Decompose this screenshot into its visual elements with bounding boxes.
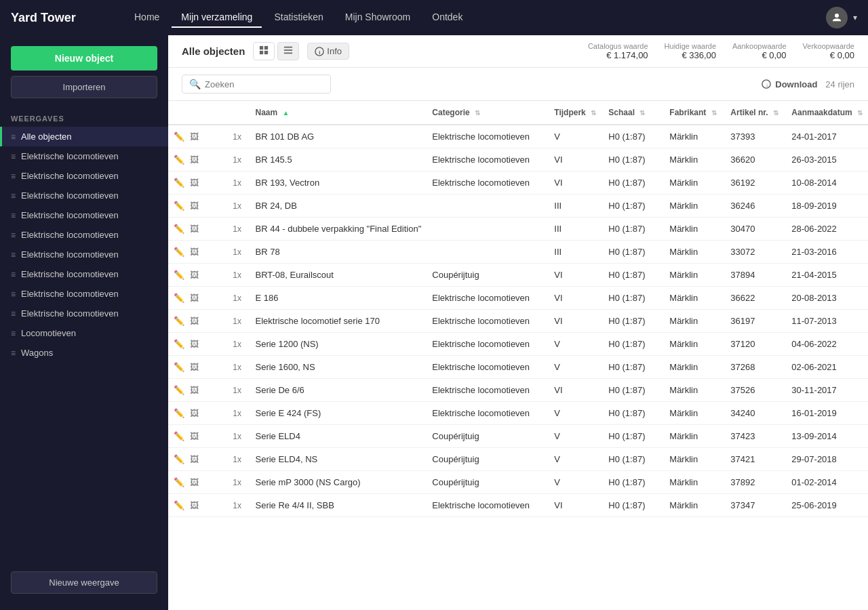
image-icon[interactable]: 🖼 bbox=[190, 454, 199, 464]
row-datum: 24-01-2017 bbox=[786, 125, 868, 148]
nav-mijn-verzameling[interactable]: Mijn verzameling bbox=[172, 7, 262, 28]
row-qty-col bbox=[214, 195, 224, 218]
search-icon: 🔍 bbox=[189, 79, 201, 89]
row-schaal: H0 (1:87) bbox=[603, 333, 664, 356]
edit-icon[interactable]: ✏️ bbox=[174, 454, 184, 464]
sidebar-item-el-9[interactable]: ≡ Elektrische locomotieven bbox=[0, 304, 168, 323]
table-row: ✏️ 🖼 1x Serie 1600, NS Elektrische locom… bbox=[168, 356, 868, 379]
image-icon[interactable]: 🖼 bbox=[190, 500, 199, 510]
edit-icon[interactable]: ✏️ bbox=[174, 408, 184, 418]
sidebar-item-el-6[interactable]: ≡ Elektrische locomotieven bbox=[0, 245, 168, 264]
row-actions: ✏️ 🖼 bbox=[168, 218, 214, 241]
image-icon[interactable]: 🖼 bbox=[190, 362, 199, 372]
import-button[interactable]: Importeren bbox=[11, 76, 157, 98]
edit-icon[interactable]: ✏️ bbox=[174, 155, 184, 165]
image-icon[interactable]: 🖼 bbox=[190, 131, 199, 142]
sidebar-item-el-5[interactable]: ≡ Elektrische locomotieven bbox=[0, 225, 168, 245]
edit-icon[interactable]: ✏️ bbox=[174, 339, 184, 349]
edit-icon[interactable]: ✏️ bbox=[174, 293, 184, 303]
row-schaal: H0 (1:87) bbox=[603, 379, 664, 402]
user-menu-chevron[interactable]: ▾ bbox=[853, 13, 857, 22]
col-header-schaal[interactable]: Schaal ⇅ bbox=[603, 101, 664, 125]
image-icon[interactable]: 🖼 bbox=[190, 385, 199, 395]
row-qty: 1x bbox=[224, 241, 250, 264]
image-icon[interactable]: 🖼 bbox=[190, 178, 199, 188]
image-icon[interactable]: 🖼 bbox=[190, 293, 199, 303]
row-artikel: 36197 bbox=[725, 310, 786, 333]
search-input[interactable] bbox=[205, 79, 323, 89]
new-view-button[interactable]: Nieuwe weergave bbox=[11, 571, 157, 594]
main-layout: Nieuw object Importeren WEERGAVES ≡ Alle… bbox=[0, 35, 868, 610]
avatar[interactable] bbox=[826, 7, 848, 28]
nav-mijn-showroom[interactable]: Mijn Showroom bbox=[336, 7, 420, 28]
stat-catalogus-value: € 1.174,00 bbox=[606, 50, 648, 60]
edit-icon[interactable]: ✏️ bbox=[174, 224, 184, 234]
image-icon[interactable]: 🖼 bbox=[190, 477, 199, 487]
image-icon[interactable]: 🖼 bbox=[190, 201, 199, 211]
edit-icon[interactable]: ✏️ bbox=[174, 178, 184, 188]
edit-icon[interactable]: ✏️ bbox=[174, 431, 184, 441]
image-icon[interactable]: 🖼 bbox=[190, 431, 199, 441]
edit-icon[interactable]: ✏️ bbox=[174, 500, 184, 510]
sidebar-item-el-2[interactable]: ≡ Elektrische locomotieven bbox=[0, 166, 168, 186]
sidebar-item-locomotieven[interactable]: ≡ Locomotieven bbox=[0, 323, 168, 343]
sidebar-item-el-7[interactable]: ≡ Elektrische locomotieven bbox=[0, 264, 168, 284]
table-row: ✏️ 🖼 1x Serie 1200 (NS) Elektrische loco… bbox=[168, 333, 868, 356]
edit-icon[interactable]: ✏️ bbox=[174, 362, 184, 372]
col-header-artikel[interactable]: Artikel nr. ⇅ bbox=[725, 101, 786, 125]
sidebar-item-alle-objecten[interactable]: ≡ Alle objecten bbox=[0, 127, 168, 146]
image-icon[interactable]: 🖼 bbox=[190, 224, 199, 234]
stat-verkoopwaarde-label: Verkoopwaarde bbox=[803, 42, 854, 50]
row-categorie bbox=[427, 241, 549, 264]
col-header-datum[interactable]: Aanmaakdatum ⇅ bbox=[786, 101, 868, 125]
nav-home[interactable]: Home bbox=[125, 7, 169, 28]
edit-icon[interactable]: ✏️ bbox=[174, 316, 184, 326]
sidebar-item-el-4[interactable]: ≡ Elektrische locomotieven bbox=[0, 205, 168, 225]
new-object-button[interactable]: Nieuw object bbox=[11, 46, 157, 70]
edit-icon[interactable]: ✏️ bbox=[174, 477, 184, 487]
download-button[interactable]: ↓ Download bbox=[762, 79, 817, 89]
row-qty: 1x bbox=[224, 471, 250, 494]
col-header-tijdperk[interactable]: Tijdperk ⇅ bbox=[549, 101, 603, 125]
row-tijdperk: VI bbox=[549, 379, 603, 402]
edit-icon[interactable]: ✏️ bbox=[174, 385, 184, 395]
sidebar-icon-el-7: ≡ bbox=[11, 270, 16, 279]
image-icon[interactable]: 🖼 bbox=[190, 270, 199, 280]
row-naam: E 186 bbox=[250, 287, 427, 310]
edit-icon[interactable]: ✏️ bbox=[174, 131, 184, 142]
sidebar-item-el-3[interactable]: ≡ Elektrische locomotieven bbox=[0, 186, 168, 205]
col-header-fabrikant[interactable]: Fabrikant ⇅ bbox=[664, 101, 725, 125]
sidebar-item-el-8[interactable]: ≡ Elektrische locomotieven bbox=[0, 284, 168, 304]
row-tijdperk: V bbox=[549, 471, 603, 494]
row-actions: ✏️ 🖼 bbox=[168, 310, 214, 333]
sidebar-label-el-2: Elektrische locomotieven bbox=[21, 171, 119, 181]
col-header-categorie[interactable]: Categorie ⇅ bbox=[427, 101, 549, 125]
row-qty: 1x bbox=[224, 379, 250, 402]
image-icon[interactable]: 🖼 bbox=[190, 408, 199, 418]
info-button[interactable]: i Info bbox=[307, 43, 349, 60]
row-tijdperk: V bbox=[549, 125, 603, 148]
image-icon[interactable]: 🖼 bbox=[190, 316, 199, 326]
row-tijdperk: VI bbox=[549, 171, 603, 195]
edit-icon[interactable]: ✏️ bbox=[174, 247, 184, 257]
sidebar-label-el-3: Elektrische locomotieven bbox=[21, 190, 119, 201]
table-row: ✏️ 🖼 1x BR 44 - dubbele verpakking "Fina… bbox=[168, 218, 868, 241]
col-header-naam[interactable]: Naam ▲ bbox=[250, 101, 427, 125]
list-view-button[interactable] bbox=[277, 42, 299, 60]
table-row: ✏️ 🖼 1x Serie De 6/6 Elektrische locomot… bbox=[168, 379, 868, 402]
sidebar-item-el-1[interactable]: ≡ Elektrische locomotieven bbox=[0, 146, 168, 166]
search-box[interactable]: 🔍 bbox=[182, 75, 331, 94]
nav-statistieken[interactable]: Statistieken bbox=[264, 7, 332, 28]
row-fabrikant: Märklin bbox=[664, 171, 725, 195]
edit-icon[interactable]: ✏️ bbox=[174, 201, 184, 211]
info-label: Info bbox=[327, 46, 342, 56]
row-qty: 1x bbox=[224, 171, 250, 195]
edit-icon[interactable]: ✏️ bbox=[174, 270, 184, 280]
row-artikel: 30470 bbox=[725, 218, 786, 241]
grid-view-button[interactable] bbox=[253, 42, 275, 60]
sidebar-item-wagons[interactable]: ≡ Wagons bbox=[0, 343, 168, 363]
image-icon[interactable]: 🖼 bbox=[190, 339, 199, 349]
image-icon[interactable]: 🖼 bbox=[190, 155, 199, 165]
image-icon[interactable]: 🖼 bbox=[190, 247, 199, 257]
nav-ontdek[interactable]: Ontdek bbox=[422, 7, 472, 28]
